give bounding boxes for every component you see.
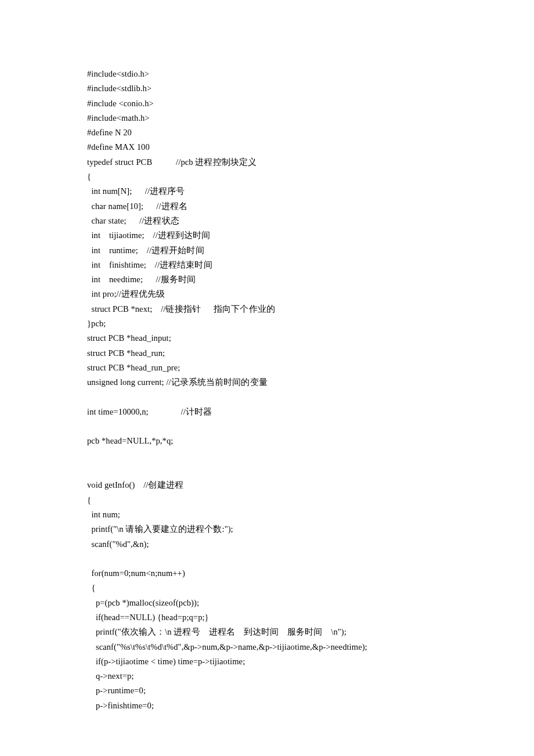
code-line: struct PCB *head_input; bbox=[87, 331, 447, 345]
code-line: int needtime; //服务时间 bbox=[87, 272, 447, 287]
code-line: for(num=0;num<n;num++) bbox=[87, 566, 447, 581]
code-line bbox=[87, 449, 447, 463]
code-line: struct PCB *head_run; bbox=[87, 346, 447, 361]
code-line: #include<math.h> bbox=[87, 111, 447, 125]
code-line: int time=10000,n; //计时器 bbox=[87, 405, 447, 419]
code-line: #define MAX 100 bbox=[87, 140, 447, 154]
code-line: int tijiaotime; //进程到达时间 bbox=[87, 228, 447, 243]
code-line: struct PCB *head_run_pre; bbox=[87, 361, 447, 375]
code-line: char state; //进程状态 bbox=[87, 214, 447, 228]
code-line: printf("依次输入：\n 进程号 进程名 到达时间 服务时间 \n"); bbox=[87, 625, 447, 639]
code-line: if(head==NULL) {head=p;q=p;} bbox=[87, 610, 447, 625]
document-page: #include<stdio.h>#include<stdlib.h>#incl… bbox=[0, 0, 534, 756]
code-line: q->next=p; bbox=[87, 669, 447, 683]
code-line: #include<stdio.h> bbox=[87, 67, 447, 81]
code-line: scanf("%d",&n); bbox=[87, 537, 447, 552]
code-line: p=(pcb *)malloc(sizeof(pcb)); bbox=[87, 596, 447, 610]
code-line: int num; bbox=[87, 507, 447, 522]
code-line: int finishtime; //进程结束时间 bbox=[87, 258, 447, 272]
code-line: #include <conio.h> bbox=[87, 96, 447, 111]
code-line bbox=[87, 552, 447, 566]
code-line: char name[10]; //进程名 bbox=[87, 199, 447, 214]
code-line bbox=[87, 390, 447, 405]
code-line: int pro;//进程优先级 bbox=[87, 287, 447, 301]
code-line: struct PCB *next; //链接指针 指向下个作业的 bbox=[87, 302, 447, 316]
code-line: { bbox=[87, 581, 447, 595]
code-line: #include<stdlib.h> bbox=[87, 81, 447, 96]
code-line: { bbox=[87, 170, 447, 184]
code-line: void getInfo() //创建进程 bbox=[87, 478, 447, 492]
code-line: printf("\n 请输入要建立的进程个数:"); bbox=[87, 522, 447, 537]
code-line: typedef struct PCB //pcb 进程控制块定义 bbox=[87, 155, 447, 170]
code-line: unsigned long current; //记录系统当前时间的变量 bbox=[87, 375, 447, 390]
code-line bbox=[87, 463, 447, 478]
code-line: #define N 20 bbox=[87, 125, 447, 140]
code-line: { bbox=[87, 493, 447, 507]
code-line: scanf("%s\t%s\t%d\t%d",&p->num,&p->name,… bbox=[87, 640, 447, 654]
code-block: #include<stdio.h>#include<stdlib.h>#incl… bbox=[87, 67, 447, 713]
code-line bbox=[87, 419, 447, 434]
code-line: }pcb; bbox=[87, 316, 447, 331]
code-line: p->finishtime=0; bbox=[87, 699, 447, 713]
code-line: p->runtime=0; bbox=[87, 683, 447, 698]
code-line: int runtime; //进程开始时间 bbox=[87, 243, 447, 258]
code-line: if(p->tijiaotime < time) time=p->tijiaot… bbox=[87, 654, 447, 669]
code-line: pcb *head=NULL,*p,*q; bbox=[87, 434, 447, 448]
code-line: int num[N]; //进程序号 bbox=[87, 184, 447, 199]
